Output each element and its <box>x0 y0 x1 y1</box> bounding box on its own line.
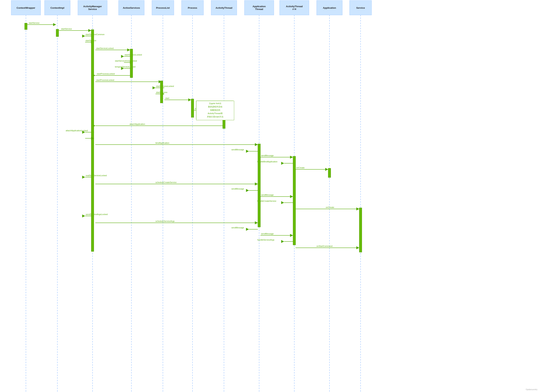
svg-rect-88 <box>293 156 296 245</box>
svg-text:startServiceLocked: startServiceLocked <box>125 54 142 56</box>
lifeline-header-processlist: ProcessList <box>152 0 174 15</box>
lifeline-header-ams: ActivityManagerService <box>78 0 107 15</box>
lifeline-header-activeservices: ActiveServices <box>118 0 144 15</box>
svg-text:startProcessLocked: startProcessLocked <box>97 73 115 75</box>
svg-text:startServiceCommon: startServiceCommon <box>86 33 105 35</box>
svg-text:bringUpServiceLocked: bringUpServiceLocked <box>115 66 136 68</box>
svg-text:sendMessage: sendMessage <box>231 148 244 151</box>
lifeline-header-applicationthread: ApplicationThread <box>244 0 274 15</box>
svg-text:handleServiceArgs: handleServiceArgs <box>257 239 274 241</box>
svg-text:startProcessLocked: startProcessLocked <box>156 85 174 87</box>
svg-text:startProcessLocked: startProcessLocked <box>96 79 114 81</box>
arrows-layer: startService startService startServiceCo… <box>0 0 549 392</box>
svg-rect-82 <box>91 30 94 252</box>
svg-text:handleCreateService: handleCreateService <box>257 200 276 202</box>
svg-text:attachApplication: attachApplication <box>130 123 145 125</box>
svg-rect-85 <box>191 99 194 117</box>
svg-rect-89 <box>328 168 331 177</box>
lifeline-header-service: Service <box>349 0 372 15</box>
svg-text:sendMessage: sendMessage <box>231 226 244 229</box>
svg-rect-84 <box>160 81 163 103</box>
svg-text:startProcess: startProcess <box>156 91 167 93</box>
svg-text:start: start <box>165 97 169 99</box>
svg-text:bindApplication: bindApplication <box>155 142 169 144</box>
lifeline-header-contextwrapper: ContextWrapper <box>11 0 41 15</box>
svg-text:sendMessage: sendMessage <box>261 154 274 157</box>
lifeline-header-activitythread-h: ActivityThread# H <box>280 0 309 15</box>
svg-text:handleBindApplication: handleBindApplication <box>257 161 277 163</box>
svg-text:startServiceLocked: startServiceLocked <box>96 47 114 49</box>
sequence-diagram: ContextWrapper ContextImpl ActivityManag… <box>0 0 549 392</box>
svg-rect-83 <box>130 49 133 78</box>
svg-text:onCreate: onCreate <box>296 167 304 169</box>
zygote-note: Zygote fork出新的进程并启动加载指定的ActivityThread类并… <box>196 101 234 120</box>
svg-rect-90 <box>359 208 362 252</box>
svg-text:onStartCommand: onStartCommand <box>317 245 332 247</box>
svg-text:©jadavsumitry: ©jadavsumitry <box>526 388 538 391</box>
svg-text:startService: startService <box>29 22 39 24</box>
svg-text:sendMessage: sendMessage <box>261 233 274 235</box>
svg-text:sendServiceArgsLocked: sendServiceArgsLocked <box>86 213 108 215</box>
lifeline-header-activitythread: ActivityThread <box>211 0 237 15</box>
svg-rect-81 <box>56 29 59 37</box>
svg-text:startServiceInnerLocked: startServiceInnerLocked <box>115 60 137 62</box>
svg-text:onCreate: onCreate <box>326 206 334 208</box>
svg-text:startService: startService <box>61 28 72 30</box>
svg-rect-80 <box>25 23 27 30</box>
lifeline-header-contextimpl: ContextImpl <box>44 0 70 15</box>
lifeline-header-application: Application <box>317 0 342 15</box>
svg-text:sendMessage: sendMessage <box>261 194 274 196</box>
lifeline-header-process: Process <box>181 0 204 15</box>
svg-text:scheduleCreateService: scheduleCreateService <box>155 181 177 183</box>
svg-text:scheduleServiceArgs: scheduleServiceArgs <box>155 220 175 222</box>
svg-text:startService: startService <box>86 39 96 42</box>
svg-text:realStartServiceLocked: realStartServiceLocked <box>86 174 107 177</box>
svg-rect-87 <box>258 144 260 227</box>
svg-text:attachApplicationLocked: attachApplicationLocked <box>66 129 88 132</box>
svg-text:sendMessage: sendMessage <box>231 188 244 190</box>
